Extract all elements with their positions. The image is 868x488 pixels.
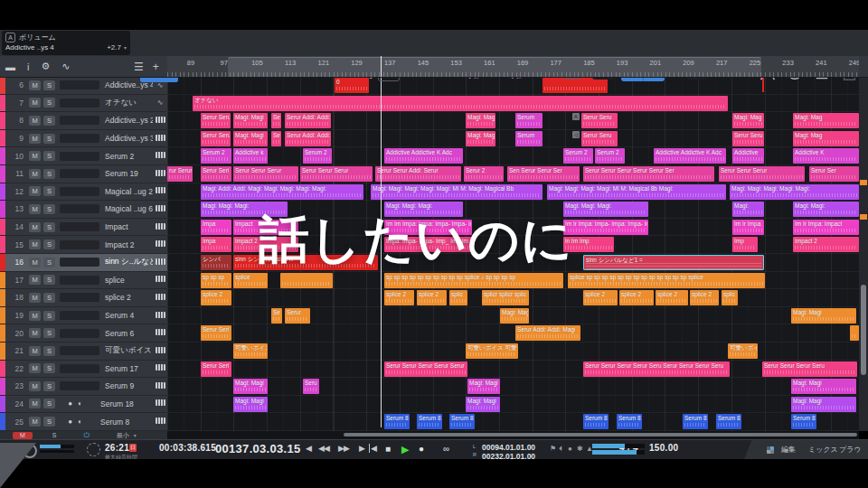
clip[interactable]: Serum <box>515 113 542 128</box>
next-bar-button[interactable]: ▶ <box>359 444 364 453</box>
loop-button[interactable]: ∞ <box>443 444 449 454</box>
track-name[interactable]: Magical ..ug 2 <box>99 187 153 196</box>
tools-icon[interactable]: ⚙ <box>41 61 50 72</box>
add-track-button[interactable]: + <box>153 61 159 73</box>
clip[interactable]: Magi: Magi <box>791 308 856 324</box>
solo-button[interactable]: S <box>43 328 55 338</box>
clip[interactable]: Serum 8 <box>449 414 475 429</box>
mute-button[interactable]: M <box>29 417 41 427</box>
clip[interactable]: Magi: Mag <box>500 308 529 324</box>
clip[interactable]: splicr splicr splic <box>482 290 529 305</box>
mute-button[interactable]: M <box>29 381 41 391</box>
clip[interactable]: Serur Addi: Addi: <box>285 131 331 146</box>
v-scroll-thumb[interactable] <box>861 285 866 375</box>
track-row-20[interactable]: 20MSSerum 6 <box>0 324 167 343</box>
clip[interactable]: Serum 2 <box>595 148 625 164</box>
precount-icon[interactable]: ⚑ <box>550 445 556 453</box>
record-button[interactable]: ● <box>419 444 424 454</box>
clip[interactable]: Magi: Magi: Magi: Magi: Magi: <box>730 184 859 200</box>
track-row-21[interactable]: 21MS可愛いボイス <box>0 343 167 361</box>
clip[interactable]: splice 2 <box>417 290 447 305</box>
clip[interactable]: Serum 8 <box>417 414 442 429</box>
tuner-icon[interactable]: ✱ <box>577 445 583 453</box>
mute-button[interactable]: M <box>29 151 41 161</box>
solo-button[interactable]: S <box>43 311 55 321</box>
solo-button[interactable]: S <box>43 151 55 161</box>
clip[interactable]: Magi: Magi: Magi: Magi: Mi M: Magical 8b… <box>547 184 726 200</box>
clip[interactable]: rur Serur <box>167 166 193 182</box>
clip[interactable]: ◁ <box>572 131 580 138</box>
clip[interactable]: Magi: Mag <box>793 113 859 128</box>
stop-button[interactable]: ■ <box>385 444 391 454</box>
clip[interactable] <box>850 325 859 341</box>
clip[interactable]: Magi: Magi <box>466 397 500 412</box>
clip[interactable]: splic <box>449 290 467 305</box>
track-name[interactable]: 可愛いボイス <box>99 345 153 356</box>
mute-button[interactable]: M <box>29 311 41 321</box>
clip[interactable]: sp sp sp sp sp sp sp sp sp sp splice ♪ s… <box>384 273 563 288</box>
clip[interactable]: Serum 2 <box>303 148 332 164</box>
clip[interactable] <box>542 78 608 93</box>
rewind-button[interactable]: ◀◀ <box>318 444 329 453</box>
solo-button[interactable]: S <box>43 363 55 373</box>
param-value[interactable]: +2.7▾ <box>107 43 127 52</box>
mute-button[interactable]: M <box>29 363 41 373</box>
clip[interactable]: Serum 8 <box>683 414 708 429</box>
clip[interactable]: Addictive K <box>793 148 859 164</box>
clip[interactable]: Magi: Magi <box>233 131 268 146</box>
track-name[interactable]: Serum 9 <box>99 381 153 390</box>
automation-icon[interactable]: ∿ <box>61 61 70 72</box>
clip[interactable]: Addictive Addictive K Adc <box>654 148 726 164</box>
mute-button[interactable]: M <box>29 169 41 179</box>
param-display[interactable]: A ボリューム Addictive ..ys 4 +2.7▾ <box>2 31 130 55</box>
clip[interactable]: 可愛いボイ <box>728 343 758 359</box>
preroll-icon[interactable]: ⏴ <box>559 445 562 454</box>
clip[interactable]: Magi: Magi <box>466 131 495 146</box>
clip[interactable]: Magi: Mag <box>732 113 764 128</box>
clip[interactable]: Serur Seri <box>201 361 231 377</box>
clip[interactable]: Magi: Addi: Addi: Magi: Magi: Magi: Magi… <box>201 184 363 200</box>
mute-button[interactable]: M <box>29 80 41 90</box>
clip[interactable]: splice sp sp sp sp sp sp sp sp sp sp sp … <box>568 273 765 288</box>
clip[interactable]: splice 2 <box>656 290 688 305</box>
track-name[interactable]: splice <box>99 276 153 285</box>
clip[interactable] <box>280 273 333 288</box>
track-row-25[interactable]: 25MS●◐Serum 8 <box>0 413 167 431</box>
track-name[interactable]: Serum 17 <box>99 364 153 373</box>
monitor-icon[interactable]: ◐ <box>78 399 82 408</box>
clip[interactable]: Serum 8 <box>384 414 410 429</box>
track-row-7[interactable]: 7MSオチない∿ <box>0 95 167 113</box>
clip[interactable]: Serur <box>285 308 310 324</box>
clip[interactable]: Addictive <box>732 148 764 164</box>
clip[interactable]: Serur Serur Serur <box>233 166 298 182</box>
loop-start-time[interactable]: 00094.01.01.00 <box>482 443 535 452</box>
clip[interactable]: Seru <box>303 379 319 394</box>
track-name[interactable]: Serum 6 <box>99 329 153 338</box>
track-height-select[interactable]: 最小 ▾ <box>109 432 144 439</box>
clip[interactable]: A <box>572 113 580 120</box>
solo-button[interactable]: S <box>43 116 55 126</box>
clip[interactable]: 可愛いボイス 可愛い <box>466 343 518 359</box>
edit-page-button[interactable]: 編集 <box>781 440 796 460</box>
mix-page-button[interactable]: ミックス <box>808 440 838 460</box>
mute-button[interactable]: M <box>29 98 41 108</box>
ruler-playhead[interactable] <box>381 56 382 77</box>
clip[interactable]: Serur Seri <box>201 325 231 341</box>
clip[interactable]: 可愛いボイス <box>233 343 268 359</box>
vertical-scrollbar[interactable] <box>859 77 868 431</box>
clip[interactable]: Serur Seru <box>581 131 618 146</box>
track-row-18[interactable]: 18MSsplice 2 <box>0 289 167 307</box>
clip[interactable]: Serur Addi: Addi: Magi <box>515 325 580 341</box>
clip[interactable]: Serum 8 <box>617 414 642 429</box>
clip[interactable]: splice 2 <box>690 290 719 305</box>
clip[interactable]: Serum 2 <box>201 148 231 164</box>
power-button[interactable]: ⏻ <box>77 432 97 439</box>
prev-bar-button[interactable]: ◀ <box>306 444 311 453</box>
track-row-23[interactable]: 23MSSerum 9 <box>0 378 167 396</box>
mute-button[interactable]: M <box>29 293 41 303</box>
clip[interactable]: Magi: Magi <box>791 397 856 412</box>
return-to-start-button[interactable]: ◀ <box>369 444 376 453</box>
tempo-display[interactable]: 150.00 <box>649 443 678 453</box>
clip[interactable]: Magi: Magi <box>467 379 500 394</box>
solo-button[interactable]: S <box>43 346 55 356</box>
